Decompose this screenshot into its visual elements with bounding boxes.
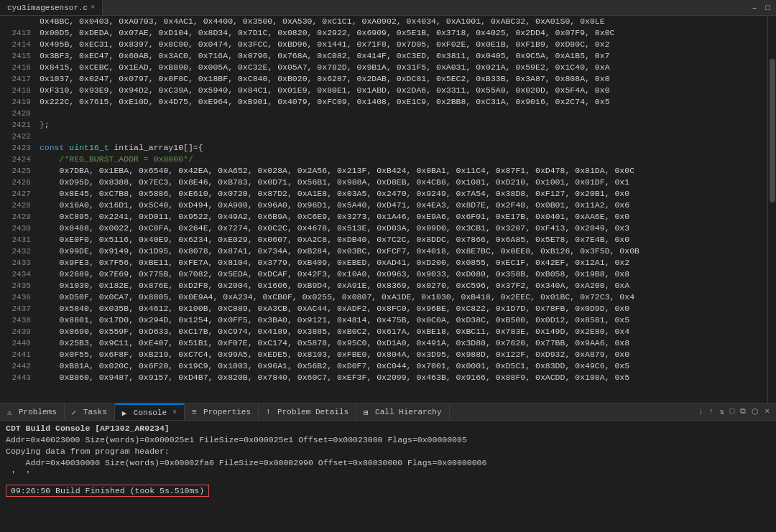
table-row: 2427 0x8E45, 0xC7B8, 0x5886, 0xE610, 0x0… xyxy=(0,188,767,200)
code-content: 0x99DE, 0x9149, 0x1D95, 0x8078, 0x87A1, … xyxy=(37,246,767,257)
table-row: 2440 0x25B3, 0x9C11, 0xE407, 0x51B1, 0xF… xyxy=(0,337,767,349)
line-number: 2425 xyxy=(0,165,37,177)
line-number: 2415 xyxy=(0,50,37,62)
tab-call-hierarchy-label: Call Hierarchy xyxy=(375,408,441,416)
action-split-button[interactable]: ⧉ xyxy=(738,407,748,416)
console-line: Addr=0x40030000 Size(words)=0x00002fa0 F… xyxy=(6,457,770,469)
code-content: 0x25B3, 0x9C11, 0xE407, 0x51B1, 0xF07E, … xyxy=(37,337,767,349)
line-number: 2436 xyxy=(0,291,37,303)
problem-details-icon: ! xyxy=(266,408,274,416)
tab-console[interactable]: ▶ Console × xyxy=(115,403,185,420)
line-number xyxy=(0,16,37,27)
minimize-button[interactable]: – xyxy=(749,4,760,12)
top-tab-actions: – □ xyxy=(749,4,776,12)
code-content: 0xD95D, 0x8388, 0x7EC3, 0x8E46, 0xB783, … xyxy=(37,177,767,188)
line-number: 2435 xyxy=(0,280,37,291)
line-number: 2440 xyxy=(0,337,37,349)
table-row: 24180xF310, 0x93E9, 0x94D2, 0xC39A, 0x59… xyxy=(0,85,767,96)
code-content: 0x1030, 0x182E, 0x876E, 0xD2F8, 0x2004, … xyxy=(37,280,767,291)
tab-tasks[interactable]: ✓ Tasks xyxy=(65,403,115,420)
code-content: 0x495B, 0xEC31, 0x8397, 0x8C90, 0x0474, … xyxy=(37,39,767,50)
tab-call-hierarchy[interactable]: ⊞ Call Hierarchy xyxy=(356,403,449,420)
tab-properties[interactable]: ≡ Properties xyxy=(185,403,259,420)
code-content: 0x3BF3, 0xEC47, 0x60AB, 0x3AC0, 0x716A, … xyxy=(37,50,767,62)
line-number: 2439 xyxy=(0,326,37,337)
tab-problems-label: Problems xyxy=(19,408,57,416)
bottom-panel: ⚠ Problems ✓ Tasks ▶ Console × ≡ Propert… xyxy=(0,403,776,532)
code-content: 0xE0F0, 0x5116, 0x40E9, 0x6234, 0xE029, … xyxy=(37,234,767,246)
table-row: 24160x8415, 0xCEBC, 0x1EAD, 0xB890, 0x00… xyxy=(0,62,767,73)
line-number: 2419 xyxy=(0,96,37,108)
code-content: 0xB81A, 0x020C, 0x6F20, 0x19C9, 0x1003, … xyxy=(37,360,767,372)
table-row: 2436 0xD50F, 0x0CA7, 0x8805, 0x0E9A4, 0x… xyxy=(0,291,767,303)
action-up-button[interactable]: ↑ xyxy=(707,407,716,416)
tab-properties-label: Properties xyxy=(203,408,251,416)
table-row: 24170x1037, 0x0247, 0x0797, 0x0F8C, 0x18… xyxy=(0,73,767,85)
code-content: 0x8E45, 0xC7B8, 0x5886, 0xE610, 0x0720, … xyxy=(37,188,767,200)
code-content: 0x0F55, 0x6F8F, 0xB219, 0xC7C4, 0x99A5, … xyxy=(37,349,767,360)
line-number: 2426 xyxy=(0,177,37,188)
line-number: 2434 xyxy=(0,269,37,280)
line-number: 2441 xyxy=(0,349,37,360)
line-number: 2423 xyxy=(0,142,37,154)
code-content: 0x4BBC, 0x0403, 0xA0703, 0x4AC1, 0x4400,… xyxy=(37,16,767,27)
editor-tab-close[interactable]: × xyxy=(91,4,95,11)
console-output[interactable]: CDT Build Console [AP1302_AR0234] Addr=0… xyxy=(0,421,776,532)
console-close-icon[interactable]: × xyxy=(172,409,177,416)
table-row: 2420 xyxy=(0,108,767,119)
code-content: }; xyxy=(37,119,767,131)
line-number: 2417 xyxy=(0,73,37,85)
code-scroll[interactable]: 0x4BBC, 0x0403, 0xA0703, 0x4AC1, 0x4400,… xyxy=(0,16,767,403)
line-number: 2416 xyxy=(0,62,37,73)
table-row: 2430 0x8488, 0x0022, 0xC8FA, 0x264E, 0x7… xyxy=(0,223,767,234)
call-hierarchy-icon: ⊞ xyxy=(364,408,372,416)
action-maximize-button[interactable]: ⬡ xyxy=(749,407,761,416)
tab-problems[interactable]: ⚠ Problems xyxy=(0,403,65,420)
table-row: 2431 0xE0F0, 0x5116, 0x40E9, 0x6234, 0xE… xyxy=(0,234,767,246)
code-content: 0xB860, 0x9487, 0x9157, 0xD4B7, 0x820B, … xyxy=(37,372,767,383)
line-number: 2433 xyxy=(0,257,37,269)
action-pin-button[interactable]: □ xyxy=(728,407,737,416)
table-row: 24140x495B, 0xEC31, 0x8397, 0x8C90, 0x04… xyxy=(0,39,767,50)
bottom-panel-actions: ↓ ↑ ⇅ □ ⧉ ⬡ × xyxy=(696,407,776,416)
line-number: 2428 xyxy=(0,200,37,211)
tab-problem-details[interactable]: ! Problem Details xyxy=(259,403,356,420)
line-number: 2437 xyxy=(0,303,37,314)
action-close-button[interactable]: × xyxy=(762,407,772,416)
tab-console-label: Console xyxy=(134,409,167,417)
line-number: 2413 xyxy=(0,27,37,39)
code-content: 0x0690, 0x559F, 0xD633, 0xC17B, 0xC974, … xyxy=(37,326,767,337)
tab-tasks-label: Tasks xyxy=(83,408,107,416)
bottom-tabs: ⚠ Problems ✓ Tasks ▶ Console × ≡ Propert… xyxy=(0,403,776,421)
code-content xyxy=(37,131,767,142)
code-content: 0xF310, 0x93E9, 0x94D2, 0xC39A, 0x5940, … xyxy=(37,85,767,96)
scrollbar-track[interactable] xyxy=(767,16,776,403)
tab-problem-details-label: Problem Details xyxy=(277,408,348,416)
editor-tab-label: cyu3imagesensor.c xyxy=(7,4,88,12)
code-content: 0x222C, 0x7615, 0xE10D, 0x4D75, 0xE964, … xyxy=(37,96,767,108)
table-row: 2434 0x2689, 0x7E69, 0x775B, 0x7082, 0x5… xyxy=(0,269,767,280)
build-finished-message: 09:26:50 Build Finished (took 5s.510ms) xyxy=(6,485,209,497)
table-row: 2432 0x99DE, 0x9149, 0x1D95, 0x8078, 0x8… xyxy=(0,246,767,257)
scrollbar-thumb[interactable] xyxy=(770,59,775,202)
line-number: 2442 xyxy=(0,360,37,372)
code-content: 0x5840, 0x035B, 0x4612, 0x100B, 0xC889, … xyxy=(37,303,767,314)
code-content: 0x8801, 0x17D0, 0x294D, 0x1254, 0x0FF5, … xyxy=(37,314,767,326)
table-row: 2422 xyxy=(0,131,767,142)
code-content: 0xD50F, 0x0CA7, 0x8805, 0x0E9A4, 0xA234,… xyxy=(37,291,767,303)
action-sort-button[interactable]: ⇅ xyxy=(717,407,726,416)
table-row: 2442 0xB81A, 0x020C, 0x6F20, 0x19C9, 0x1… xyxy=(0,360,767,372)
code-content: 0x9FE3, 0x7F56, 0xBE11, 0xFE7A, 0x8104, … xyxy=(37,257,767,269)
maximize-button[interactable]: □ xyxy=(762,4,773,12)
code-content: 0x2689, 0x7E69, 0x775B, 0x7082, 0x5EDA, … xyxy=(37,269,767,280)
line-number: 2432 xyxy=(0,246,37,257)
table-row: 2424 /*REG_BURST_ADDR = 0x8000*/ xyxy=(0,154,767,165)
code-content: 0x1037, 0x0247, 0x0797, 0x0F8C, 0x18BF, … xyxy=(37,73,767,85)
code-content: const uint16_t intial_array10[]={ xyxy=(37,142,767,154)
action-down-button[interactable]: ↓ xyxy=(696,407,706,416)
console-line: Addr=0x40023000 Size(words)=0x000025e1 F… xyxy=(6,434,770,446)
line-number: 2422 xyxy=(0,131,37,142)
editor-tab[interactable]: cyu3imagesensor.c × xyxy=(0,0,103,15)
top-tab-bar: cyu3imagesensor.c × – □ xyxy=(0,0,776,16)
table-row: 2426 0xD95D, 0x8388, 0x7EC3, 0x8E46, 0xB… xyxy=(0,177,767,188)
